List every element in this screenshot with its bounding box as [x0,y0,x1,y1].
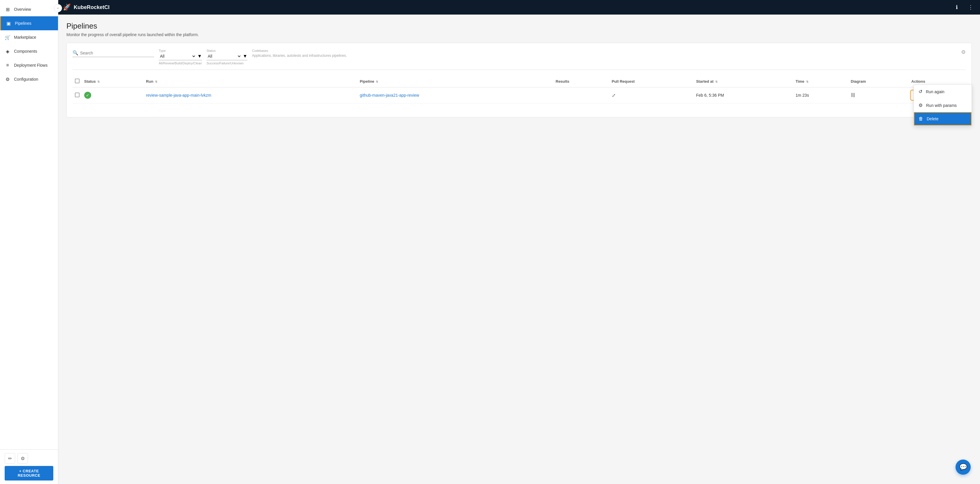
col-started-at: Started at ⇅ [694,76,793,87]
sidebar-collapse-button[interactable]: ‹ [54,4,62,12]
row-pull-request-cell[interactable]: ⤢ [609,87,694,103]
create-resource-button[interactable]: + CREATE RESOURCE [5,466,53,481]
started-at-sort-icon[interactable]: ⇅ [715,80,718,83]
row-diagram-cell[interactable]: ⛓ [848,87,909,103]
dropdown-item-label: Delete [927,116,938,121]
col-pull-request: Pull Request [609,76,694,87]
run-sort-icon[interactable]: ⇅ [155,80,158,83]
run-again-icon: ↺ [918,89,922,94]
pipelines-icon: ▣ [6,21,11,26]
sidebar: ‹ ⊞ Overview ▣ Pipelines 🛒 Marketplace ◈… [0,0,58,484]
codebase-filter-label: Codebases [252,49,956,52]
sidebar-item-label: Marketplace [14,35,36,40]
dropdown-item-run-with-params[interactable]: ⚙ Run with params [914,98,972,112]
configuration-icon: ⚙ [5,76,11,82]
sidebar-item-overview[interactable]: ⊞ Overview [0,2,58,16]
col-diagram: Diagram [848,76,909,87]
col-actions-label: Actions [911,79,925,84]
marketplace-icon: 🛒 [5,34,11,40]
filter-settings-icon[interactable]: ⚙ [961,49,966,56]
header-left: 🚀 KubeRocketCI [63,3,110,11]
row-checkbox-cell[interactable] [73,87,82,103]
external-link-icon[interactable]: ⤢ [612,93,616,98]
col-diagram-label: Diagram [851,79,866,84]
sidebar-item-components[interactable]: ◈ Components [0,44,58,58]
deployment-flows-icon: ≡ [5,62,11,68]
row-run-cell[interactable]: review-sample-java-app-main-lvkzm [144,87,358,103]
status-filter-select-row: All Success Failure Unknown ▼ [207,54,247,60]
chat-icon: 💬 [959,463,967,471]
run-with-params-icon: ⚙ [918,103,923,108]
main-content: Pipelines Monitor the progress of overal… [58,14,980,484]
codebase-filter-group: Codebases Applications, libraries, autot… [252,49,956,58]
status-filter-hint: Success/Failure/Unknown [207,62,247,65]
chat-button[interactable]: 💬 [956,460,970,474]
search-box: 🔍 [73,49,154,57]
col-results: Results [553,76,609,87]
select-all-checkbox[interactable] [75,79,80,83]
more-options-icon-button[interactable]: ⋮ [966,3,975,12]
header-right: ℹ ⋮ [952,3,975,12]
type-dropdown-icon: ▼ [197,54,202,59]
settings-icon-button[interactable]: ⚙ [18,453,28,463]
row-started-at-cell: Feb 6, 5:36 PM [694,87,793,103]
type-filter-select-row: All Review Build Deploy Clean ▼ [159,54,202,60]
row-pipeline-cell[interactable]: github-maven-java21-app-review [358,87,553,103]
sidebar-item-pipelines[interactable]: ▣ Pipelines [0,16,58,30]
row-time-cell: 1m 23s [793,87,848,103]
col-started-at-label: Started at [696,79,713,84]
col-run: Run ⇅ [144,76,358,87]
select-all-checkbox-header[interactable] [73,76,82,87]
sidebar-item-label: Deployment Flows [14,63,48,68]
sidebar-item-marketplace[interactable]: 🛒 Marketplace [0,30,58,44]
diagram-icon[interactable]: ⛓ [851,93,855,98]
col-pipeline-label: Pipeline [360,79,374,84]
status-success-icon: ✓ [84,92,91,99]
col-pull-request-label: Pull Request [612,79,635,84]
page-title: Pipelines [67,22,972,30]
col-status: Status ⇅ [82,76,144,87]
dropdown-item-run-again[interactable]: ↺ Run again [914,85,972,98]
codebase-filter-hint: Applications, libraries, autotests and i… [252,54,956,58]
pipeline-link[interactable]: github-maven-java21-app-review [360,93,419,98]
time-sort-icon[interactable]: ⇅ [806,80,808,83]
search-input[interactable] [80,51,154,56]
status-filter-select[interactable]: All Success Failure Unknown [207,54,242,59]
components-icon: ◈ [5,48,11,54]
sidebar-item-label: Components [14,49,37,54]
status-filter-label: Status [207,49,247,52]
sidebar-bottom: ✏ ⚙ + CREATE RESOURCE [0,449,58,484]
status-sort-icon[interactable]: ⇅ [97,80,100,83]
dropdown-item-label: Run again [926,89,945,94]
row-results-cell [553,87,609,103]
sidebar-bottom-icons: ✏ ⚙ [5,453,53,463]
pipeline-sort-icon[interactable]: ⇅ [376,80,378,83]
filters-row: 🔍 Type All Review Build Deploy Clean ▼ [73,49,966,70]
header: 🚀 KubeRocketCI ℹ ⋮ [58,0,980,14]
sidebar-item-configuration[interactable]: ⚙ Configuration [0,72,58,86]
edit-icon-button[interactable]: ✏ [5,453,15,463]
sidebar-item-deployment-flows[interactable]: ≡ Deployment Flows [0,58,58,72]
rows-per-page: Rows per page: [73,107,966,111]
delete-icon: 🗑 [918,116,923,121]
sidebar-item-label: Configuration [14,77,38,81]
col-time-label: Time [795,79,804,84]
dropdown-item-label: Run with params [926,103,957,108]
type-filter-select[interactable]: All Review Build Deploy Clean [159,54,196,59]
run-link[interactable]: review-sample-java-app-main-lvkzm [146,93,211,98]
dropdown-item-delete[interactable]: 🗑 Delete [914,112,972,125]
time-value: 1m 23s [795,93,809,98]
info-icon-button[interactable]: ℹ [952,3,961,12]
actions-dropdown-menu: ↺ Run again ⚙ Run with params 🗑 Delete [913,84,972,126]
type-filter-label: Type [159,49,202,52]
col-status-label: Status [84,79,96,84]
row-checkbox[interactable] [75,93,80,97]
sidebar-item-label: Pipelines [15,21,32,25]
status-filter-group: Status All Success Failure Unknown ▼ Suc… [207,49,247,65]
sidebar-nav: ⊞ Overview ▣ Pipelines 🛒 Marketplace ◈ C… [0,0,58,449]
type-filter-group: Type All Review Build Deploy Clean ▼ All… [159,49,202,65]
type-filter-hint: All/Review/Build/Deploy/Clean [159,62,202,65]
table-row: ✓ review-sample-java-app-main-lvkzm gith… [73,87,966,103]
search-icon: 🔍 [73,50,78,56]
table-card: 🔍 Type All Review Build Deploy Clean ▼ [67,43,972,117]
